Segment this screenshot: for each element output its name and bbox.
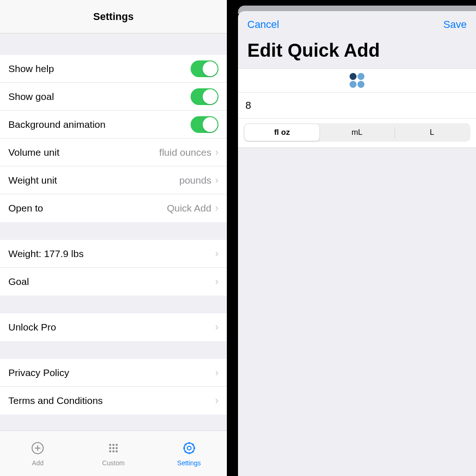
svg-point-3 [109,443,112,446]
segment-label: fl oz [274,128,290,137]
tab-label: Custom [102,459,125,467]
settings-group-personal: Weight: 177.9 lbs › Goal › [0,240,227,296]
settings-screen: Settings Show help Show goal Background … [0,0,232,476]
segment-floz[interactable]: fl oz [245,124,319,141]
row-value: fluid ounces [159,147,212,158]
row-open-to[interactable]: Open to Quick Add › [0,194,227,222]
settings-group-legal: Privacy Policy › Terms and Conditions › [0,359,227,415]
segment-label: L [430,128,434,137]
row-goal[interactable]: Goal › [0,268,227,296]
row-show-help[interactable]: Show help [0,55,227,83]
modal-title: Edit Quick Add [238,38,476,68]
tab-label: Settings [177,459,201,467]
tab-add[interactable]: Add [10,441,66,467]
section-spacer [0,341,227,359]
page-title: Settings [93,11,134,23]
section-spacer [0,33,227,55]
settings-scroll-area[interactable]: Show help Show goal Background animation… [0,33,227,430]
svg-point-4 [112,443,115,446]
icon-picker-row[interactable] [238,68,476,93]
settings-group-pro: Unlock Pro › [0,313,227,341]
svg-point-8 [116,447,118,449]
chevron-right-icon: › [215,277,218,287]
chevron-right-icon: › [215,322,218,332]
svg-point-13 [187,446,191,450]
row-label: Show help [8,63,191,74]
svg-point-5 [116,443,118,446]
row-label: Privacy Policy [8,367,215,378]
grid-icon [106,441,121,457]
section-spacer [0,296,227,313]
row-label: Terms and Conditions [8,395,215,406]
segment-label: mL [351,128,363,137]
svg-point-6 [109,447,112,449]
row-volume-unit[interactable]: Volume unit fluid ounces › [0,139,227,166]
settings-group-general: Show help Show goal Background animation… [0,55,227,222]
amount-value: 8 [245,99,251,112]
chevron-right-icon: › [215,368,218,378]
save-button[interactable]: Save [443,19,467,31]
section-spacer [0,415,227,430]
row-label: Background animation [8,119,191,130]
row-show-goal[interactable]: Show goal [0,83,227,111]
row-label: Show goal [8,91,191,102]
unit-segmented-control[interactable]: fl oz mL L [244,123,470,142]
modal-header: Cancel Save [238,11,476,38]
row-weight[interactable]: Weight: 177.9 lbs › [0,240,227,268]
row-terms[interactable]: Terms and Conditions › [0,387,227,415]
tab-custom[interactable]: Custom [86,441,141,467]
row-label: Open to [8,203,167,214]
toggle-background-animation[interactable] [191,116,218,133]
tab-label: Add [32,459,44,467]
row-label: Unlock Pro [8,322,215,333]
amount-input[interactable]: 8 [238,93,476,119]
row-weight-unit[interactable]: Weight unit pounds › [0,166,227,194]
row-value: Quick Add [167,203,212,214]
svg-point-10 [112,450,115,452]
row-label: Volume unit [8,147,159,158]
row-unlock-pro[interactable]: Unlock Pro › [0,313,227,341]
section-spacer [0,222,227,240]
gear-icon [182,441,197,457]
modal-sheet: Cancel Save Edit Quick Add 8 fl oz mL [238,11,476,476]
tab-settings[interactable]: Settings [161,441,217,467]
plus-circle-icon [30,441,45,457]
chevron-right-icon: › [215,396,218,406]
row-label: Weight: 177.9 lbs [8,248,215,259]
chevron-right-icon: › [215,175,218,185]
tab-bar: Add Custom [0,430,227,476]
segment-l[interactable]: L [395,124,469,141]
edit-quick-add-modal: Cancel Save Edit Quick Add 8 fl oz mL [232,0,476,476]
svg-point-9 [109,450,112,452]
unit-segmented-wrap: fl oz mL L [238,119,476,148]
navigation-bar: Settings [0,0,227,33]
row-privacy-policy[interactable]: Privacy Policy › [0,359,227,387]
chevron-right-icon: › [215,249,218,259]
quick-add-dots-icon [349,72,365,89]
row-value: pounds [179,175,212,186]
chevron-right-icon: › [215,203,218,213]
chevron-right-icon: › [215,147,218,158]
toggle-show-goal[interactable] [191,88,218,105]
segment-ml[interactable]: mL [319,124,394,141]
cancel-button[interactable]: Cancel [247,19,279,31]
toggle-show-help[interactable] [191,60,218,77]
svg-point-7 [112,447,115,449]
row-label: Weight unit [8,175,179,186]
row-background-animation[interactable]: Background animation [0,111,227,139]
svg-point-11 [116,450,118,452]
row-label: Goal [8,276,215,287]
